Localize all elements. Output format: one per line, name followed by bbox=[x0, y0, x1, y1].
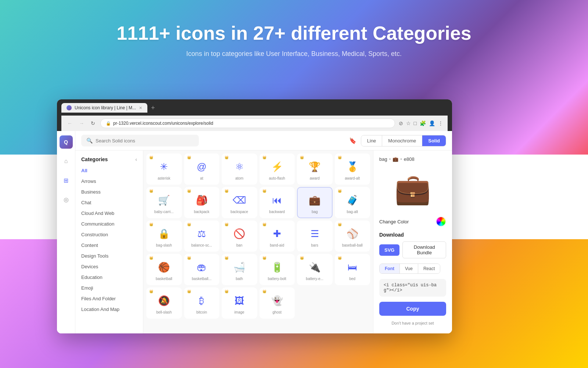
icon-symbol: 🛁 bbox=[233, 261, 246, 274]
menu-icon[interactable]: ⋮ bbox=[438, 120, 443, 126]
icon-cell-ghost[interactable]: 👑👻ghost bbox=[259, 287, 295, 319]
premium-crown-icon: 👑 bbox=[187, 290, 191, 293]
sidebar-nav: Q ⌂ ⊞ ◎ bbox=[57, 131, 75, 333]
icon-cell-bitcoin[interactable]: 👑₿bitcoin bbox=[184, 287, 220, 319]
category-arrows[interactable]: Arrows bbox=[75, 176, 143, 187]
icon-cell-baby-carri---[interactable]: 👑🛒baby-carri... bbox=[146, 187, 182, 218]
categories-header: Categories ‹ bbox=[75, 155, 143, 165]
icon-cell-baseball-ball[interactable]: 👑⚾baseball-ball bbox=[335, 220, 370, 252]
icon-cell-balance-sc---[interactable]: 👑⚖balance-sc... bbox=[184, 220, 220, 252]
icon-cell-at[interactable]: 👑@at bbox=[184, 153, 220, 185]
collapse-button[interactable]: ‹ bbox=[135, 156, 137, 162]
icon-cell-atom[interactable]: 👑⚛atom bbox=[222, 153, 257, 185]
back-button[interactable]: ← bbox=[66, 120, 74, 127]
icon-cell-battery-e---[interactable]: 👑🔌battery-e... bbox=[297, 254, 333, 285]
icon-cell-bag-alt[interactable]: 👑🧳bag-alt bbox=[335, 187, 370, 218]
icon-cell-image[interactable]: 👑🖼image bbox=[222, 287, 257, 319]
premium-crown-icon: 👑 bbox=[262, 290, 266, 293]
icon-label: asterisk bbox=[150, 176, 178, 180]
home-icon[interactable]: ⌂ bbox=[60, 155, 73, 168]
tab-solid[interactable]: Solid bbox=[422, 135, 446, 146]
icon-label: band-aid bbox=[263, 243, 291, 247]
icon-cell-award[interactable]: 👑🏆award bbox=[297, 153, 333, 185]
copy-button[interactable]: Copy bbox=[379, 302, 446, 316]
icon-cell-bag[interactable]: 💼bag bbox=[297, 187, 333, 218]
change-color-row: Change Color bbox=[379, 216, 446, 227]
font-tab-font[interactable]: Font bbox=[380, 264, 400, 273]
bundle-download-button[interactable]: Download Bundle bbox=[402, 241, 446, 258]
icon-cell-bell-slash[interactable]: 👑🔕bell-slash bbox=[146, 287, 182, 319]
icon-symbol: ⚾ bbox=[346, 227, 359, 240]
category-chat[interactable]: Chat bbox=[75, 197, 143, 208]
font-tab-react[interactable]: React bbox=[418, 264, 440, 273]
icon-cell-bed[interactable]: 👑🛏bed bbox=[335, 254, 370, 285]
category-all[interactable]: All bbox=[75, 165, 143, 176]
icon-label: basketball bbox=[150, 277, 178, 281]
icon-cell-award-alt[interactable]: 👑🥇award-alt bbox=[335, 153, 370, 185]
category-business[interactable]: Business bbox=[75, 187, 143, 197]
refresh-button[interactable]: ↻ bbox=[89, 120, 97, 127]
icon-cell-bag-slash[interactable]: 👑🔒bag-slash bbox=[146, 220, 182, 252]
icon-label: baby-carri... bbox=[150, 210, 178, 214]
icon-cell-ban[interactable]: 👑🚫ban bbox=[222, 220, 257, 252]
category-emoji[interactable]: Emoji bbox=[75, 283, 143, 293]
icon-cell-auto-flash[interactable]: 👑⚡auto-flash bbox=[259, 153, 295, 185]
category-location[interactable]: Location And Map bbox=[75, 304, 143, 315]
category-communication[interactable]: Communication bbox=[75, 219, 143, 229]
font-tab-vue[interactable]: Vue bbox=[400, 264, 418, 273]
icon-label: battery-e... bbox=[301, 277, 329, 281]
tab-line[interactable]: Line bbox=[361, 135, 383, 146]
premium-crown-icon: 👑 bbox=[338, 256, 342, 260]
new-tab-button[interactable]: + bbox=[149, 104, 157, 112]
icon-symbol: 🛏 bbox=[346, 261, 359, 274]
icon-cell-backspace[interactable]: 👑⌫backspace bbox=[222, 187, 257, 218]
logo-icon[interactable]: Q bbox=[60, 135, 73, 149]
svg-download-button[interactable]: SVG bbox=[379, 244, 399, 256]
grid-icon[interactable]: ⊞ bbox=[60, 174, 73, 187]
tab-close-button[interactable]: ✕ bbox=[139, 106, 142, 110]
category-content[interactable]: Content bbox=[75, 240, 143, 251]
icon-label: battery-bolt bbox=[263, 277, 291, 281]
category-cloud[interactable]: Cloud And Web bbox=[75, 208, 143, 219]
active-tab[interactable]: Unicons icon library | Line | M... ✕ bbox=[61, 103, 147, 113]
icon-cell-band-aid[interactable]: 👑✚band-aid bbox=[259, 220, 295, 252]
icon-symbol: 👻 bbox=[270, 294, 284, 307]
icon-label: backward bbox=[263, 210, 291, 214]
bookmark-icon[interactable]: 🔖 bbox=[349, 137, 356, 144]
premium-crown-icon: 👑 bbox=[225, 223, 229, 226]
search-input[interactable] bbox=[96, 138, 194, 144]
premium-crown-icon: 👑 bbox=[225, 189, 229, 193]
category-files[interactable]: Files And Folder bbox=[75, 293, 143, 304]
premium-crown-icon: 👑 bbox=[149, 189, 153, 193]
icon-cell-basketball---[interactable]: 👑🏟basketball... bbox=[184, 254, 220, 285]
category-design[interactable]: Design Tools bbox=[75, 251, 143, 261]
icon-cell-bath[interactable]: 👑🛁bath bbox=[222, 254, 257, 285]
icon-label: bag-alt bbox=[338, 210, 367, 214]
icon-cell-battery-bolt[interactable]: 👑🔋battery-bolt bbox=[259, 254, 295, 285]
cast-icon: □ bbox=[414, 120, 417, 126]
icon-label: image bbox=[225, 310, 254, 314]
puzzle-icon[interactable]: 🧩 bbox=[420, 120, 426, 126]
icon-cell-backpack[interactable]: 👑🎒backpack bbox=[184, 187, 220, 218]
address-bar[interactable]: 🔒 pr-1320.vercel.iconscout.com/unicons/e… bbox=[100, 118, 395, 128]
preview-icon: 💼 bbox=[394, 172, 431, 206]
forward-button[interactable]: → bbox=[78, 120, 86, 127]
hero-title: 1111+ icons in 27+ different Categories bbox=[0, 22, 588, 44]
icon-cell-bars[interactable]: ☰bars bbox=[297, 220, 333, 252]
search-box[interactable]: 🔍 bbox=[81, 135, 199, 146]
icon-cell-asterisk[interactable]: 👑✳asterisk bbox=[146, 153, 182, 185]
icon-label: bag-slash bbox=[150, 243, 178, 247]
premium-crown-icon: 👑 bbox=[262, 189, 266, 193]
category-education[interactable]: Education bbox=[75, 272, 143, 283]
color-wheel-button[interactable] bbox=[436, 216, 446, 227]
category-construction[interactable]: Construction bbox=[75, 229, 143, 240]
icon-cell-backward[interactable]: 👑⏮backward bbox=[259, 187, 295, 218]
icon-cell-basketball[interactable]: 👑🏀basketball bbox=[146, 254, 182, 285]
tab-monochrome[interactable]: Monochrome bbox=[382, 135, 422, 146]
category-devices[interactable]: Devices bbox=[75, 261, 143, 272]
icon-symbol: ⚖ bbox=[195, 227, 208, 240]
tab-label: Unicons icon library | Line | M... bbox=[75, 105, 136, 110]
change-color-label: Change Color bbox=[379, 219, 409, 224]
circle-icon[interactable]: ◎ bbox=[60, 193, 73, 206]
star-icon[interactable]: ☆ bbox=[406, 120, 411, 126]
